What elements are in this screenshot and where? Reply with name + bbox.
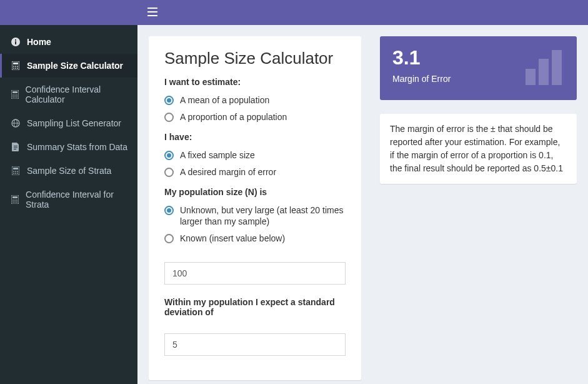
sidebar-item-summary-stats[interactable]: Summary Stats from Data: [0, 135, 137, 159]
svg-point-31: [15, 171, 16, 172]
estimate-group: A mean of a population A proportion of a…: [164, 94, 346, 123]
svg-rect-37: [12, 196, 17, 198]
svg-point-8: [13, 66, 14, 67]
svg-point-32: [17, 171, 18, 172]
svg-point-41: [12, 201, 14, 203]
calculator-icon: [9, 90, 21, 99]
svg-rect-45: [539, 59, 549, 85]
svg-point-39: [14, 200, 16, 201]
svg-rect-25: [14, 146, 17, 146]
explanation-card: The margin of error is the ± that should…: [380, 114, 577, 184]
calculator-icon: [9, 166, 22, 175]
radio-label: A desired margin of error: [180, 166, 276, 178]
sidebar-item-strata-ci[interactable]: Confidence Interval for Strata: [0, 183, 137, 216]
sidebar-item-label: Sample Size of Strata: [27, 166, 111, 176]
svg-point-35: [17, 173, 18, 174]
file-icon: [9, 143, 22, 151]
sd-input[interactable]: [164, 333, 346, 356]
svg-rect-0: [147, 8, 157, 9]
svg-point-9: [15, 66, 16, 67]
svg-point-38: [12, 200, 14, 201]
population-group: Unknown, but very large (at least 20 tim…: [164, 205, 346, 245]
radio-estimate-mean[interactable]: A mean of a population: [164, 94, 346, 106]
svg-point-30: [13, 171, 14, 172]
radio-icon: [164, 234, 174, 243]
estimate-label: I want to estimate:: [164, 77, 346, 87]
sidebar-item-label: Confidence Interval for Strata: [26, 189, 128, 210]
sidebar: Home Sample Size Calculator Confidence I…: [0, 25, 137, 384]
sidebar-item-label: Sample Size Calculator: [27, 61, 123, 71]
svg-rect-5: [15, 39, 16, 41]
globe-icon: [9, 119, 22, 128]
radio-icon: [164, 113, 174, 122]
sidebar-item-label: Sampling List Generator: [27, 118, 121, 128]
svg-point-43: [16, 201, 17, 203]
svg-rect-27: [14, 149, 16, 149]
radio-label: A fixed sample size: [180, 149, 255, 161]
radio-icon: [164, 151, 174, 160]
sidebar-item-strata-size[interactable]: Sample Size of Strata: [0, 159, 137, 183]
svg-point-21: [16, 96, 17, 98]
svg-point-20: [14, 96, 16, 98]
svg-rect-2: [147, 15, 157, 16]
radio-pop-known[interactable]: Known (insert value below): [164, 233, 346, 245]
have-label: I have:: [164, 132, 346, 142]
svg-point-34: [15, 173, 16, 174]
sidebar-item-ci-calc[interactable]: Confidence Interval Calculator: [0, 78, 137, 111]
svg-rect-44: [526, 69, 536, 85]
svg-point-33: [13, 173, 14, 174]
svg-point-18: [16, 94, 17, 96]
hamburger-icon: [147, 6, 157, 19]
svg-point-13: [17, 68, 18, 69]
population-size-input[interactable]: [164, 262, 346, 285]
svg-rect-4: [15, 41, 16, 44]
calculator-icon: [9, 61, 22, 70]
radio-pop-unknown[interactable]: Unknown, but very large (at least 20 tim…: [164, 205, 346, 228]
svg-point-11: [13, 68, 14, 69]
sd-label: Within my population I expect a standard…: [164, 297, 346, 317]
topbar-logo-area: [0, 0, 137, 25]
population-label: My population size (N) is: [164, 187, 346, 197]
sidebar-item-sample-size[interactable]: Sample Size Calculator: [0, 54, 137, 78]
have-group: A fixed sample size A desired margin of …: [164, 149, 346, 178]
menu-toggle-button[interactable]: [137, 0, 167, 25]
svg-rect-29: [13, 168, 18, 169]
svg-rect-1: [147, 11, 157, 13]
sidebar-item-label: Confidence Interval Calculator: [26, 84, 128, 104]
radio-icon: [164, 206, 174, 215]
result-box: 3.1 Margin of Error: [380, 36, 577, 100]
svg-point-12: [15, 68, 16, 69]
sidebar-item-label: Home: [27, 37, 51, 47]
svg-point-40: [16, 200, 17, 201]
svg-point-19: [12, 96, 14, 98]
info-icon: [9, 38, 22, 46]
svg-rect-7: [13, 63, 18, 64]
explanation-text: The margin of error is the ± that should…: [390, 124, 563, 173]
radio-label: Unknown, but very large (at least 20 tim…: [180, 205, 346, 228]
svg-rect-15: [12, 91, 17, 93]
form-card: Sample Size Calculator I want to estimat…: [149, 36, 361, 380]
radio-label: A mean of a population: [180, 94, 269, 106]
sidebar-item-label: Summary Stats from Data: [27, 142, 127, 152]
svg-point-42: [14, 201, 16, 203]
svg-point-17: [14, 94, 16, 96]
radio-label: Known (insert value below): [180, 233, 285, 245]
svg-point-10: [17, 66, 18, 67]
svg-rect-26: [14, 148, 17, 148]
radio-have-moe[interactable]: A desired margin of error: [164, 166, 346, 178]
svg-point-16: [12, 94, 14, 96]
radio-icon: [164, 168, 174, 177]
sidebar-item-home[interactable]: Home: [0, 30, 137, 54]
radio-label: A proportion of a population: [180, 111, 287, 123]
bar-chart-icon: [522, 45, 566, 91]
calculator-icon: [9, 195, 21, 204]
sidebar-item-sampling-list[interactable]: Sampling List Generator: [0, 111, 137, 135]
topbar: [0, 0, 588, 25]
radio-have-fixed[interactable]: A fixed sample size: [164, 149, 346, 161]
svg-rect-46: [552, 50, 562, 85]
radio-estimate-proportion[interactable]: A proportion of a population: [164, 111, 346, 123]
radio-icon: [164, 96, 174, 105]
content-area: Sample Size Calculator I want to estimat…: [137, 25, 588, 384]
page-title: Sample Size Calculator: [164, 49, 346, 68]
